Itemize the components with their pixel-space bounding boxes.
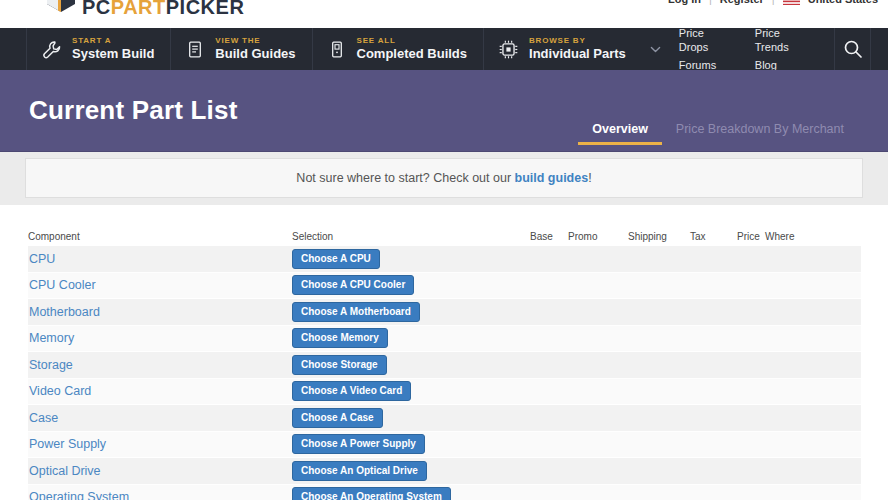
component-link-storage[interactable]: Storage (28, 358, 292, 372)
component-link-operating-system[interactable]: Operating System (28, 490, 292, 500)
nav-links-col: Price Trends Blog (755, 26, 800, 72)
component-link-power-supply[interactable]: Power Supply (28, 437, 292, 451)
choose-storage-button[interactable]: Choose Storage (292, 355, 387, 375)
chip-icon (498, 39, 519, 60)
guide-icon (185, 39, 205, 60)
choose-memory-button[interactable]: Choose Memory (292, 328, 388, 348)
divider: | (709, 0, 712, 5)
nav-kicker: BROWSE BY (529, 36, 626, 46)
nav-item-completed-builds[interactable]: SEE ALL Completed Builds (312, 28, 484, 70)
price-drops-link[interactable]: Price Drops (679, 26, 721, 54)
nav-text: BROWSE BY Individual Parts (529, 36, 626, 62)
page-header: Current Part List Overview Price Breakdo… (0, 70, 888, 152)
nav-label: Build Guides (215, 46, 295, 62)
component-link-cpu-cooler[interactable]: CPU Cooler (28, 278, 292, 292)
site-logo[interactable] (45, 0, 77, 13)
banner-text: Not sure where to start? Check out our b… (296, 171, 591, 185)
search-icon (841, 37, 865, 61)
logo-cube-icon (45, 0, 77, 13)
nav-label: Individual Parts (529, 46, 626, 62)
col-header-base: Base (530, 231, 568, 242)
nav-tail (871, 28, 888, 70)
nav-links-col: Price Drops Forums (679, 26, 721, 72)
banner-text-after: ! (588, 171, 591, 185)
col-header-price: Price (737, 231, 765, 242)
divider: | (772, 0, 775, 5)
register-link[interactable]: Register (720, 0, 764, 5)
table-body: CPU Choose A CPU CPU Cooler Choose A CPU… (28, 246, 861, 500)
nav-text: VIEW THE Build Guides (215, 36, 295, 62)
tab-price-breakdown[interactable]: Price Breakdown By Merchant (662, 122, 858, 145)
nav-label: System Build (72, 46, 154, 62)
nav-quick-links: Price Drops Forums Price Trends Blog (679, 28, 834, 70)
choose-cpu-cooler-button[interactable]: Choose A CPU Cooler (292, 275, 414, 295)
choose-cpu-button[interactable]: Choose A CPU (292, 249, 380, 269)
tab-bar: Overview Price Breakdown By Merchant (578, 122, 858, 151)
col-header-where: Where (765, 231, 861, 242)
col-header-shipping: Shipping (628, 231, 690, 242)
main-nav: START A System Build VIEW THE Build Guid… (0, 28, 888, 70)
nav-text: START A System Build (72, 36, 154, 62)
parts-table: Component Selection Base Promo Shipping … (28, 227, 861, 500)
choose-case-button[interactable]: Choose A Case (292, 408, 383, 428)
table-row: Optical Drive Choose An Optical Drive (28, 458, 861, 485)
col-header-promo: Promo (568, 231, 628, 242)
top-bar: PCPARTPICKER Log In | Register | United … (0, 0, 888, 28)
tower-icon (327, 39, 347, 60)
wrench-icon (41, 39, 62, 60)
choose-motherboard-button[interactable]: Choose A Motherboard (292, 302, 420, 322)
component-link-optical-drive[interactable]: Optical Drive (28, 464, 292, 478)
build-guides-link[interactable]: build guides (515, 171, 589, 185)
build-guides-banner: Not sure where to start? Check out our b… (25, 158, 863, 198)
choose-operating-system-button[interactable]: Choose An Operating System (292, 487, 451, 500)
table-row: Storage Choose Storage (28, 352, 861, 379)
table-row: Case Choose A Case (28, 405, 861, 432)
col-header-component: Component (28, 231, 292, 242)
table-row: Motherboard Choose A Motherboard (28, 299, 861, 326)
banner-band: Not sure where to start? Check out our b… (0, 152, 888, 205)
banner-text-before: Not sure where to start? Check out our (296, 171, 514, 185)
nav-item-individual-parts[interactable]: BROWSE BY Individual Parts (483, 28, 679, 70)
price-trends-link[interactable]: Price Trends (755, 26, 800, 54)
us-flag-icon (783, 0, 800, 5)
component-link-video-card[interactable]: Video Card (28, 384, 292, 398)
table-header-row: Component Selection Base Promo Shipping … (28, 227, 861, 246)
nav-kicker: VIEW THE (215, 36, 295, 46)
logo-wordmark[interactable]: PCPARTPICKER (82, 0, 244, 19)
account-links: Log In | Register | United States (668, 0, 878, 5)
choose-optical-drive-button[interactable]: Choose An Optical Drive (292, 461, 427, 481)
chevron-down-icon (648, 42, 663, 57)
nav-text: SEE ALL Completed Builds (357, 36, 468, 62)
table-row: Operating System Choose An Operating Sys… (28, 485, 861, 500)
choose-power-supply-button[interactable]: Choose A Power Supply (292, 434, 425, 454)
nav-kicker: SEE ALL (357, 36, 468, 46)
logo-part: PART (111, 0, 166, 18)
table-row: Power Supply Choose A Power Supply (28, 432, 861, 459)
country-selector[interactable]: United States (808, 0, 878, 5)
nav-right: Price Drops Forums Price Trends Blog (679, 28, 888, 70)
table-row: Memory Choose Memory (28, 326, 861, 353)
component-link-motherboard[interactable]: Motherboard (28, 305, 292, 319)
login-link[interactable]: Log In (668, 0, 701, 5)
logo-pc: PC (82, 0, 111, 18)
logo-picker: PICKER (166, 0, 245, 18)
component-link-memory[interactable]: Memory (28, 331, 292, 345)
search-button[interactable] (834, 28, 872, 70)
col-header-selection: Selection (292, 231, 530, 242)
nav-item-system-build[interactable]: START A System Build (26, 28, 170, 70)
col-header-tax: Tax (690, 231, 737, 242)
component-link-cpu[interactable]: CPU (28, 252, 292, 266)
table-row: Video Card Choose A Video Card (28, 379, 861, 406)
nav-item-build-guides[interactable]: VIEW THE Build Guides (170, 28, 311, 70)
nav-label: Completed Builds (357, 46, 468, 62)
table-row: CPU Cooler Choose A CPU Cooler (28, 273, 861, 300)
page-title: Current Part List (29, 95, 238, 126)
choose-video-card-button[interactable]: Choose A Video Card (292, 381, 411, 401)
nav-kicker: START A (72, 36, 154, 46)
table-row: CPU Choose A CPU (28, 246, 861, 273)
tab-overview[interactable]: Overview (578, 122, 662, 145)
component-link-case[interactable]: Case (28, 411, 292, 425)
